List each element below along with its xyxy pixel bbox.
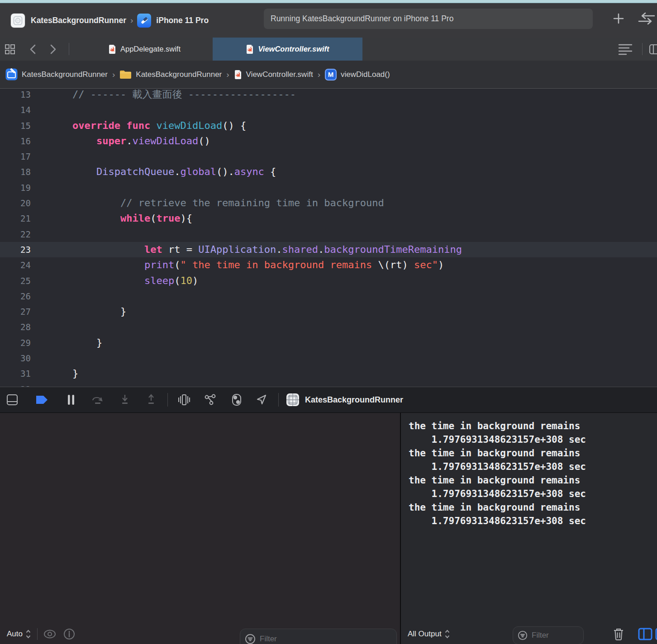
divider xyxy=(167,393,168,407)
clear-console-icon[interactable] xyxy=(613,628,624,640)
code-line: 26 xyxy=(0,289,657,304)
console-line: the time in background remains xyxy=(409,419,657,433)
divider xyxy=(278,393,279,407)
chevron-right-icon: › xyxy=(226,70,229,80)
editor-pane-icon[interactable] xyxy=(649,43,657,55)
breadcrumb-item-4[interactable]: MviewDidLoad() xyxy=(325,69,390,80)
scheme-selector[interactable]: KatesBackgroundRunner xyxy=(31,16,126,25)
line-number: 16 xyxy=(0,133,31,149)
back-button[interactable] xyxy=(28,44,38,55)
console-filter-input[interactable] xyxy=(532,631,578,640)
pause-icon[interactable] xyxy=(67,394,75,406)
simulate-location-icon[interactable] xyxy=(256,394,267,406)
environment-overrides-icon[interactable] xyxy=(231,393,242,406)
console-filter-field[interactable] xyxy=(513,626,584,644)
activity-status-bar[interactable]: Running KatesBackgroundRunner on iPhone … xyxy=(264,9,593,29)
method-badge: M xyxy=(325,69,337,80)
device-selector[interactable]: iPhone 11 Pro xyxy=(156,16,209,25)
console-bottom-bar: All Output xyxy=(401,624,657,644)
step-into-icon[interactable] xyxy=(119,394,130,406)
line-number: 14 xyxy=(0,102,31,118)
swift-file-icon xyxy=(108,44,116,54)
line-number: 24 xyxy=(0,257,31,273)
console-line: 1.7976931348623157e+308 sec xyxy=(409,514,657,528)
code-line: 27 } xyxy=(0,304,657,319)
variables-view[interactable]: Auto xyxy=(0,413,400,644)
variables-scope-popup[interactable]: Auto xyxy=(7,630,23,639)
code-line: 32 xyxy=(0,382,657,387)
console-scope-popup[interactable]: All Output xyxy=(408,630,442,639)
breakpoints-toggle-icon[interactable] xyxy=(35,395,49,405)
divider xyxy=(37,628,38,640)
variables-filter-field[interactable] xyxy=(240,629,397,644)
console-view[interactable]: the time in background remains 1.7976931… xyxy=(401,413,657,644)
line-number: 26 xyxy=(0,289,31,304)
forward-button[interactable] xyxy=(48,44,58,55)
step-over-icon[interactable] xyxy=(91,394,104,406)
variables-filter-input[interactable] xyxy=(260,635,366,644)
library-plus-button[interactable] xyxy=(611,11,626,26)
code-line: 22 xyxy=(0,227,657,242)
line-number: 28 xyxy=(0,319,31,335)
line-number: 31 xyxy=(0,366,31,381)
line-number: 13 xyxy=(0,89,31,102)
line-number: 15 xyxy=(0,118,31,133)
view-debugger-icon[interactable] xyxy=(178,394,190,406)
breadcrumb-item-3[interactable]: ViewController.swift xyxy=(234,70,313,80)
chevron-right-icon: › xyxy=(130,15,133,25)
filter-icon xyxy=(518,630,528,640)
breadcrumb-item-2[interactable]: KatesBackgroundRunner xyxy=(119,70,222,79)
code-line: 16 super.viewDidLoad() xyxy=(0,133,657,149)
editor-tab-bar: AppDelegate.swiftViewController.swift xyxy=(0,38,657,61)
divider xyxy=(642,43,643,55)
line-number: 32 xyxy=(0,382,31,387)
swift-file-icon xyxy=(246,44,254,54)
adjust-editor-icon[interactable] xyxy=(618,43,633,55)
show-only-run-icon[interactable] xyxy=(43,630,56,639)
simulator-icon xyxy=(137,14,151,28)
line-number: 21 xyxy=(0,211,31,226)
line-number: 22 xyxy=(0,227,31,242)
breadcrumb-item-1[interactable]: KatesBackgroundRunner xyxy=(5,68,108,80)
console-line: 1.7976931348623157e+308 sec xyxy=(409,433,657,446)
code-line: 13 // ------ 載入畫面後 ------------------ xyxy=(0,89,657,102)
project-icon xyxy=(5,68,18,80)
divider xyxy=(69,43,69,55)
hide-debug-area-icon[interactable] xyxy=(6,394,18,406)
code-line: 24 print(" the time in background remain… xyxy=(0,257,657,273)
running-app-icon[interactable] xyxy=(286,393,300,407)
show-console-view-icon[interactable] xyxy=(655,628,657,640)
chevron-right-icon: › xyxy=(112,70,115,80)
info-icon[interactable] xyxy=(63,628,75,640)
related-items-icon[interactable] xyxy=(5,44,16,55)
chevron-right-icon: › xyxy=(318,70,320,80)
breadcrumb-label: KatesBackgroundRunner xyxy=(22,70,108,79)
breadcrumb-label: KatesBackgroundRunner xyxy=(136,70,222,79)
code-review-button[interactable] xyxy=(636,10,657,27)
memory-graph-icon[interactable] xyxy=(204,394,217,406)
console-line: the time in background remains xyxy=(409,501,657,514)
step-out-icon[interactable] xyxy=(146,394,157,406)
code-line: 25 sleep(10) xyxy=(0,273,657,289)
line-number: 20 xyxy=(0,195,31,211)
stepper-chevrons-icon xyxy=(26,629,31,639)
console-output: the time in background remains 1.7976931… xyxy=(401,413,657,528)
show-variables-view-icon[interactable] xyxy=(638,628,652,640)
code-line: 30 xyxy=(0,350,657,366)
line-number: 23 xyxy=(0,242,31,257)
code-line: 15 override func viewDidLoad() { xyxy=(0,118,657,133)
swift-file-icon xyxy=(234,70,242,80)
console-line: 1.7976931348623157e+308 sec xyxy=(409,487,657,501)
debug-toolbar: KatesBackgroundRunner xyxy=(0,387,657,413)
tab-label: ViewController.swift xyxy=(258,45,329,53)
console-line: the time in background remains xyxy=(409,474,657,487)
tab-appdelegate-swift[interactable]: AppDelegate.swift xyxy=(76,38,213,61)
tab-viewcontroller-swift[interactable]: ViewController.swift xyxy=(213,38,362,61)
line-number: 18 xyxy=(0,164,31,180)
source-editor[interactable]: 13 // ------ 載入畫面後 ------------------141… xyxy=(0,89,657,387)
console-line: the time in background remains xyxy=(409,446,657,460)
stepper-chevrons-icon xyxy=(445,629,450,639)
method-badge: M xyxy=(325,69,337,80)
filter-icon xyxy=(245,634,256,644)
tab-label: AppDelegate.swift xyxy=(120,45,181,53)
